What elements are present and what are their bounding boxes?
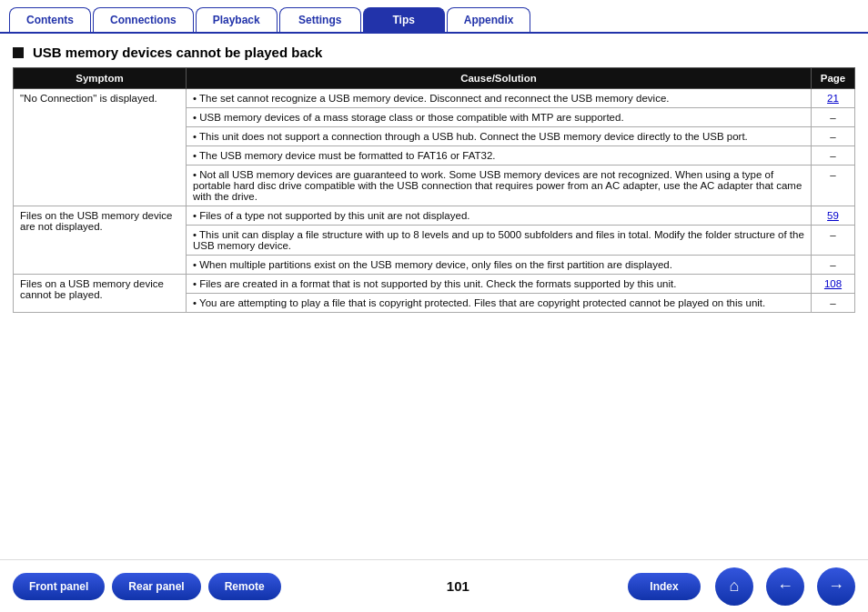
- symptom-cell: "No Connection" is displayed.: [14, 89, 187, 206]
- page-cell: –: [812, 146, 855, 166]
- page-cell: –: [812, 226, 855, 256]
- col-header-cause: Cause/Solution: [187, 68, 812, 89]
- col-header-page: Page: [812, 68, 855, 89]
- page-number: 101: [288, 578, 628, 594]
- home-icon: ⌂: [730, 577, 740, 596]
- main-content: USB memory devices cannot be played back…: [0, 34, 868, 320]
- tabs-bar: Contents Connections Playback Settings T…: [0, 0, 868, 34]
- back-button[interactable]: ←: [766, 567, 804, 606]
- page-cell: –: [812, 256, 855, 275]
- page-cell: –: [812, 166, 855, 206]
- cause-cell: • Files of a type not supported by this …: [187, 206, 812, 226]
- back-icon: ←: [777, 577, 793, 596]
- table-row: Files on the USB memory device are not d…: [14, 206, 855, 226]
- tab-appendix[interactable]: Appendix: [447, 7, 531, 32]
- tab-contents[interactable]: Contents: [9, 7, 91, 32]
- tab-tips[interactable]: Tips: [363, 7, 445, 32]
- section-title-text: USB memory devices cannot be played back: [33, 45, 322, 60]
- forward-icon: →: [828, 577, 844, 596]
- table-row: "No Connection" is displayed.• The set c…: [14, 89, 855, 108]
- page-cell: 108: [812, 275, 855, 294]
- cause-cell: • When multiple partitions exist on the …: [187, 256, 812, 275]
- symptom-cell: Files on a USB memory device cannot be p…: [14, 275, 187, 313]
- page-cell: –: [812, 108, 855, 127]
- cause-cell: • The USB memory device must be formatte…: [187, 146, 812, 166]
- page-cell: –: [812, 127, 855, 146]
- tab-settings[interactable]: Settings: [279, 7, 361, 32]
- rear-panel-button[interactable]: Rear panel: [112, 573, 200, 600]
- front-panel-button[interactable]: Front panel: [13, 573, 105, 600]
- symptom-cell: Files on the USB memory device are not d…: [14, 206, 187, 275]
- cause-cell: • The set cannot recognize a USB memory …: [187, 89, 812, 108]
- col-header-symptom: Symptom: [14, 68, 187, 89]
- cause-cell: • This unit can display a file structure…: [187, 226, 812, 256]
- tab-playback[interactable]: Playback: [196, 7, 278, 32]
- page-cell: 21: [812, 89, 855, 108]
- page-cell: –: [812, 294, 855, 313]
- section-title-icon: [13, 47, 24, 58]
- section-title: USB memory devices cannot be played back: [13, 45, 855, 60]
- tab-connections[interactable]: Connections: [93, 7, 194, 32]
- info-table: Symptom Cause/Solution Page "No Connecti…: [13, 67, 855, 313]
- cause-cell: • Files are created in a format that is …: [187, 275, 812, 294]
- right-icon-buttons: ⌂ ← →: [708, 567, 855, 606]
- remote-button[interactable]: Remote: [208, 573, 281, 600]
- cause-cell: • Not all USB memory devices are guarant…: [187, 166, 812, 206]
- table-row: Files on a USB memory device cannot be p…: [14, 275, 855, 294]
- forward-button[interactable]: →: [817, 567, 855, 606]
- index-button[interactable]: Index: [628, 573, 701, 600]
- bottom-bar: Front panel Rear panel Remote 101 Index …: [0, 559, 868, 612]
- cause-cell: • You are attempting to play a file that…: [187, 294, 812, 313]
- cause-cell: • USB memory devices of a mass storage c…: [187, 108, 812, 127]
- cause-cell: • This unit does not support a connectio…: [187, 127, 812, 146]
- home-button[interactable]: ⌂: [715, 567, 753, 606]
- page-cell: 59: [812, 206, 855, 226]
